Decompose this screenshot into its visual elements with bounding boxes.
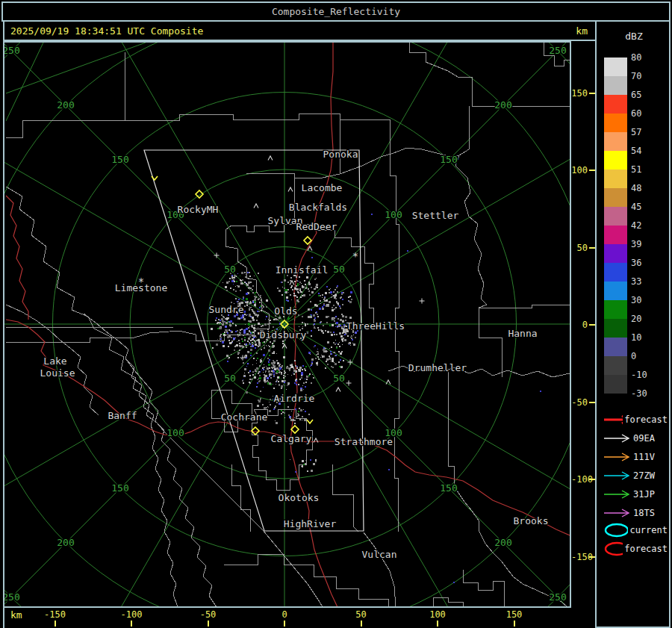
colorbar-title: dBZ bbox=[604, 31, 664, 42]
track-arrow-icon bbox=[602, 469, 632, 482]
bottom-axis-tick bbox=[131, 621, 132, 627]
svg-text:150: 150 bbox=[111, 482, 128, 494]
city-label: Strathmore bbox=[335, 436, 393, 447]
colorbar-box bbox=[604, 207, 627, 226]
colorbar-tick-label: 65 bbox=[631, 90, 664, 100]
city-label: Cochrane bbox=[221, 411, 268, 423]
city-label: Okotoks bbox=[279, 492, 320, 503]
legend-item-31JP: 31JP bbox=[602, 488, 668, 501]
legend-item-forecast: forecast bbox=[602, 542, 668, 556]
colorbar-box bbox=[604, 132, 627, 151]
bottom-axis-tick bbox=[208, 621, 209, 627]
caret-marker bbox=[336, 388, 340, 392]
right-axis-tick bbox=[589, 170, 595, 171]
legend-item-label: 18TS bbox=[633, 508, 655, 518]
asterisk-marker: * bbox=[138, 276, 144, 287]
city-label: Brooks bbox=[514, 515, 549, 526]
colorbar-tick-label: 70 bbox=[631, 71, 664, 81]
legend-item-09EA: 09EA bbox=[602, 432, 668, 445]
bottom-axis-tick bbox=[55, 621, 56, 627]
colorbar-box bbox=[604, 319, 627, 338]
bottom-axis-tick-label: -150 bbox=[33, 609, 78, 620]
colorbar-tick-label: 45 bbox=[631, 202, 664, 212]
right-axis-tick bbox=[589, 402, 595, 403]
bottom-axis-tick-label: 0 bbox=[262, 609, 307, 620]
legend-item-forecast: forecast bbox=[602, 413, 668, 426]
colorbar-box bbox=[604, 188, 627, 207]
city-label: Vulcan bbox=[362, 549, 397, 560]
radar-map[interactable]: 5050505010010010010015015015015020020020… bbox=[4, 43, 570, 606]
legend-item-label: current bbox=[629, 525, 668, 535]
svg-text:150: 150 bbox=[440, 482, 457, 494]
track-arrow-icon bbox=[602, 488, 632, 501]
plus-marker bbox=[420, 299, 425, 304]
city-label: RockyMH bbox=[178, 204, 219, 215]
svg-text:250: 250 bbox=[4, 591, 20, 603]
cell-arrow-marker bbox=[152, 176, 158, 180]
right-axis-tick bbox=[589, 479, 595, 480]
svg-text:250: 250 bbox=[4, 45, 20, 56]
plus-marker bbox=[346, 381, 352, 386]
city-label: Olds bbox=[274, 305, 297, 317]
colorbar-tick-label: 0 bbox=[631, 351, 664, 361]
title-bar: Composite_Reflectivity bbox=[1, 1, 671, 22]
asterisk-marker: * bbox=[352, 250, 358, 262]
svg-text:50: 50 bbox=[333, 264, 345, 275]
city-label: Louise bbox=[40, 367, 75, 379]
timestamp-label: 2025/09/19 18:34:51 UTC Composite bbox=[10, 25, 203, 37]
legend-item-111V: 111V bbox=[602, 450, 668, 464]
bottom-axis-tick bbox=[284, 621, 285, 627]
city-label: Stettler bbox=[412, 210, 459, 221]
city-label: Blackfalds bbox=[289, 202, 347, 213]
city-label: Ponoka bbox=[323, 149, 358, 160]
svg-text:250: 250 bbox=[549, 45, 566, 56]
colorbar-box bbox=[604, 170, 627, 188]
colorbar-tick-label: 51 bbox=[631, 164, 664, 175]
svg-text:150: 150 bbox=[440, 154, 457, 165]
city-label: RedDeer bbox=[296, 221, 337, 232]
right-axis: 150100500-50-100-150 bbox=[571, 41, 595, 608]
colorbar-box bbox=[604, 338, 627, 356]
colorbar-tick-label: 48 bbox=[631, 183, 664, 193]
right-axis-tick-label: 0 bbox=[571, 320, 588, 330]
colorbar-tick-label: 42 bbox=[631, 220, 664, 231]
colorbar-tick-label: 20 bbox=[631, 314, 664, 324]
svg-text:200: 200 bbox=[494, 537, 511, 548]
right-axis-tick bbox=[589, 93, 595, 94]
svg-text:200: 200 bbox=[57, 537, 74, 548]
city-label: Calgary bbox=[271, 433, 312, 444]
legend-item-current: current bbox=[602, 523, 668, 537]
cell-arrow-marker bbox=[307, 420, 313, 423]
map-frame: 5050505010010010010015015015015020020020… bbox=[3, 41, 571, 608]
bottom-axis-tick-label: 50 bbox=[339, 609, 384, 620]
colorbar-box bbox=[604, 300, 627, 319]
bottom-axis-tick-label: -100 bbox=[109, 609, 154, 620]
legend-item-label: 31JP bbox=[633, 489, 655, 500]
right-axis-tick bbox=[589, 324, 595, 326]
colorbar-box bbox=[604, 263, 627, 282]
right-axis-tick-label: -50 bbox=[571, 397, 588, 408]
city-label: Sundre bbox=[209, 304, 244, 315]
colorbar-tick-label: 80 bbox=[631, 52, 664, 63]
city-label: Banff bbox=[108, 410, 137, 421]
legend-item-label: 09EA bbox=[633, 433, 655, 444]
storm-ellipse-icon bbox=[602, 541, 623, 556]
storm-ellipse-icon bbox=[602, 523, 628, 538]
colorbar-tick-label: 30 bbox=[631, 295, 664, 305]
colorbar-box bbox=[604, 114, 627, 132]
caret-marker bbox=[254, 204, 258, 208]
track-arrow-icon bbox=[602, 413, 623, 426]
track-arrow-icon bbox=[602, 506, 632, 520]
city-label: HighRiver bbox=[284, 518, 337, 529]
colorbar-box bbox=[604, 95, 627, 114]
colorbar-box bbox=[604, 244, 627, 263]
city-label: Innisfail bbox=[276, 264, 328, 276]
right-axis-tick-label: 100 bbox=[571, 165, 588, 175]
svg-text:100: 100 bbox=[167, 427, 184, 438]
bottom-axis: km -150-100-50050100150 bbox=[3, 608, 597, 628]
city-label: Airdrie bbox=[274, 393, 315, 404]
legend-item-27ZW: 27ZW bbox=[602, 469, 668, 482]
caret-marker bbox=[268, 156, 273, 161]
svg-text:200: 200 bbox=[57, 99, 74, 111]
bottom-axis-unit-label: km bbox=[10, 609, 22, 621]
